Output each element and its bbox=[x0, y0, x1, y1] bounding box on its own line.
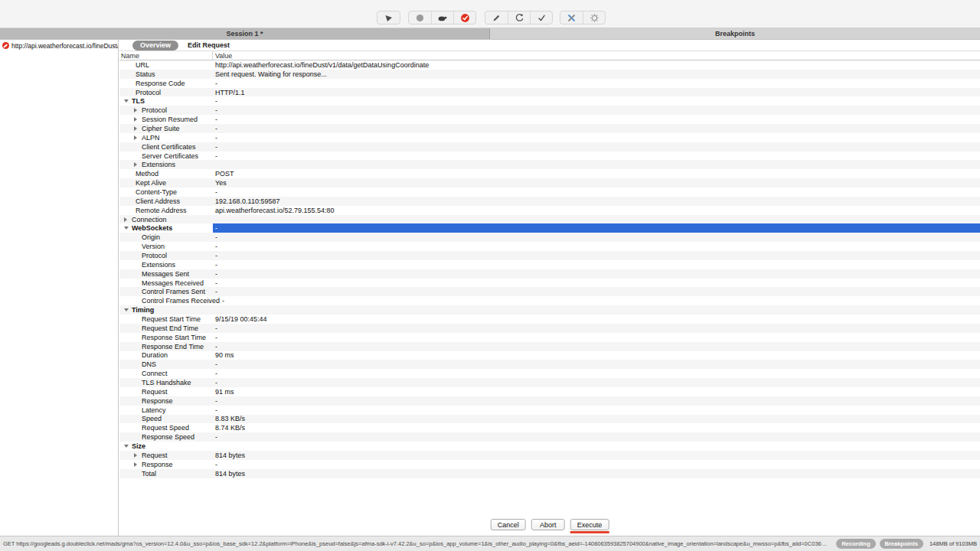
row-name-cell: Request Start Time bbox=[119, 315, 213, 323]
table-row[interactable]: Request End Time- bbox=[119, 324, 980, 333]
table-row[interactable]: ProtocolHTTP/1.1 bbox=[119, 88, 980, 97]
table-row[interactable]: Origin- bbox=[119, 233, 980, 242]
table-row[interactable]: Response Start Time- bbox=[119, 333, 980, 342]
table-row[interactable]: Total814 bytes bbox=[119, 469, 980, 478]
table-row[interactable]: Protocol- bbox=[119, 106, 980, 115]
table-row[interactable]: Connect- bbox=[119, 369, 980, 378]
expand-triangle-icon[interactable] bbox=[134, 126, 142, 131]
row-name-cell: Origin bbox=[119, 233, 213, 241]
sweep-icon[interactable] bbox=[377, 11, 400, 24]
abort-button[interactable]: Abort bbox=[531, 519, 565, 530]
table-row[interactable]: Latency- bbox=[119, 406, 980, 415]
breakpoints-icon[interactable] bbox=[453, 11, 475, 24]
tab-session-1[interactable]: Session 1 * bbox=[0, 28, 490, 39]
expand-triangle-icon[interactable] bbox=[134, 117, 142, 122]
recording-badge[interactable]: Recording bbox=[836, 539, 875, 549]
table-row[interactable]: Connection bbox=[119, 215, 980, 224]
table-row[interactable]: MethodPOST bbox=[119, 169, 980, 178]
table-row[interactable]: ALPN- bbox=[119, 133, 980, 142]
table-row[interactable]: Client Address192.168.0.110:59587 bbox=[119, 197, 980, 206]
status-bar: GET https://googleads.g.doubleclick.net/… bbox=[0, 536, 980, 551]
table-row[interactable]: Messages Sent- bbox=[119, 269, 980, 279]
expand-triangle-icon[interactable] bbox=[134, 108, 142, 112]
expand-triangle-icon[interactable] bbox=[134, 135, 142, 140]
table-row[interactable]: Response- bbox=[119, 460, 980, 469]
expand-triangle-icon[interactable] bbox=[124, 217, 132, 222]
column-header-name: Name bbox=[121, 52, 139, 60]
table-row[interactable]: Response End Time- bbox=[119, 342, 980, 351]
record-icon[interactable] bbox=[409, 11, 431, 24]
table-row[interactable]: Size bbox=[119, 442, 980, 451]
tab-breakpoints[interactable]: Breakpoints bbox=[490, 28, 980, 39]
tools-icon[interactable] bbox=[560, 11, 583, 24]
compose-icon[interactable] bbox=[485, 11, 508, 24]
table-row[interactable]: Messages Received- bbox=[119, 279, 980, 288]
table-row[interactable]: StatusSent request. Waiting for response… bbox=[119, 70, 980, 79]
table-row[interactable]: Control Frames Sent- bbox=[119, 287, 980, 296]
table-row[interactable]: Client Certificates- bbox=[119, 142, 980, 152]
row-name-cell: Response Code bbox=[119, 80, 213, 87]
toolbar-group-4 bbox=[560, 11, 606, 24]
table-row[interactable]: Response Code- bbox=[119, 79, 980, 88]
collapse-triangle-icon[interactable] bbox=[124, 308, 132, 311]
collapse-triangle-icon[interactable] bbox=[124, 445, 132, 448]
table-row[interactable]: TLS- bbox=[119, 96, 980, 106]
table-row[interactable]: Version- bbox=[119, 242, 980, 251]
table-row[interactable]: Extensions bbox=[119, 160, 980, 169]
expand-triangle-icon[interactable] bbox=[134, 162, 142, 167]
row-name: Request bbox=[142, 388, 168, 396]
row-value: - bbox=[213, 152, 980, 161]
tab-edit-request[interactable]: Edit Request bbox=[188, 41, 230, 49]
table-row[interactable]: Response Speed- bbox=[119, 432, 980, 442]
tab-overview[interactable]: Overview bbox=[132, 41, 178, 51]
expand-triangle-icon[interactable] bbox=[134, 462, 142, 467]
row-name-cell: Latency bbox=[119, 406, 213, 414]
row-value: - bbox=[213, 269, 980, 279]
table-row[interactable]: Speed8.83 KB/s bbox=[119, 415, 980, 424]
settings-icon[interactable] bbox=[583, 11, 605, 24]
row-name: Request Speed bbox=[142, 424, 189, 432]
collapse-triangle-icon[interactable] bbox=[124, 99, 132, 103]
table-row[interactable]: Control Frames Received- bbox=[119, 296, 980, 305]
table-row[interactable]: Remote Addressapi.weatherforecast.io/52.… bbox=[119, 206, 980, 215]
collapse-triangle-icon[interactable] bbox=[124, 227, 132, 230]
row-name: TLS bbox=[132, 97, 145, 105]
row-name-cell: Cipher Suite bbox=[119, 125, 213, 132]
row-name: Protocol bbox=[142, 106, 167, 114]
table-row[interactable]: Cipher Suite- bbox=[119, 124, 980, 133]
expand-triangle-icon[interactable] bbox=[134, 453, 142, 458]
execute-button[interactable]: Execute bbox=[570, 519, 609, 530]
table-row[interactable]: Extensions- bbox=[119, 260, 980, 269]
table-row[interactable]: Kept AliveYes bbox=[119, 178, 980, 187]
row-value: 91 ms bbox=[213, 387, 980, 396]
table-row[interactable]: URLhttp://api.weatherforecast.io/fineDus… bbox=[119, 60, 980, 70]
row-value: POST bbox=[213, 169, 980, 178]
table-row[interactable]: Protocol- bbox=[119, 251, 980, 260]
table-row[interactable]: Timing bbox=[119, 305, 980, 315]
row-value: - bbox=[213, 251, 980, 260]
table-row[interactable]: Response- bbox=[119, 396, 980, 406]
table-row[interactable]: Content-Type- bbox=[119, 187, 980, 197]
table-row[interactable]: Request Start Time9/15/19 00:45:44 bbox=[119, 315, 980, 324]
row-name-cell: Control Frames Sent bbox=[119, 288, 213, 295]
row-name: Protocol bbox=[136, 89, 161, 96]
table-row[interactable]: Request91 ms bbox=[119, 387, 980, 396]
footer-buttons: Cancel Abort Execute bbox=[491, 519, 609, 530]
breakpoints-badge[interactable]: Breakpoints bbox=[880, 539, 923, 549]
table-row[interactable]: Session Resumed- bbox=[119, 115, 980, 124]
validate-icon[interactable] bbox=[530, 11, 552, 24]
repeat-icon[interactable] bbox=[508, 11, 530, 24]
table-row[interactable]: TLS Handshake- bbox=[119, 378, 980, 387]
row-name-cell: Request bbox=[119, 452, 213, 459]
table-row[interactable]: DNS- bbox=[119, 360, 980, 369]
table-row[interactable]: Duration90 ms bbox=[119, 351, 980, 360]
table-row[interactable]: Request814 bytes bbox=[119, 451, 980, 460]
table-row[interactable]: Request Speed8.74 KB/s bbox=[119, 423, 980, 432]
table-row[interactable]: WebSockets- bbox=[119, 223, 980, 233]
sidebar-item-request[interactable]: http://api.weatherforecast.io/fineDust/v… bbox=[0, 40, 118, 51]
table-row[interactable]: Server Certificates- bbox=[119, 152, 980, 161]
cancel-button[interactable]: Cancel bbox=[491, 519, 526, 530]
row-value: - bbox=[213, 287, 980, 296]
throttle-icon[interactable] bbox=[431, 11, 453, 24]
row-value: - bbox=[213, 242, 980, 251]
